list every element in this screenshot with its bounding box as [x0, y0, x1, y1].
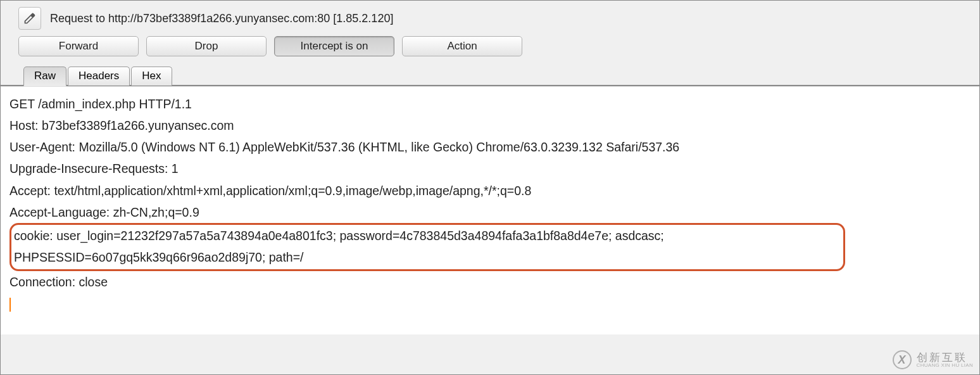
request-editor[interactable]: GET /admin_index.php HTTP/1.1 Host: b73b…: [1, 86, 979, 334]
user-agent-header: User-Agent: Mozilla/5.0 (Windows NT 6.1)…: [9, 136, 976, 158]
accept-language-header: Accept-Language: zh-CN,zh;q=0.9: [9, 201, 976, 223]
request-line: GET /admin_index.php HTTP/1.1: [9, 93, 976, 115]
accept-header: Accept: text/html,application/xhtml+xml,…: [9, 180, 976, 201]
drop-button[interactable]: Drop: [146, 36, 267, 56]
watermark: X 创新互联 CHUANG XIN HU LIAN: [893, 350, 973, 369]
edit-icon[interactable]: [18, 7, 41, 30]
cookie-header-line1: cookie: user_login=21232f297a57a5a743894…: [14, 225, 839, 246]
cookie-header-line2: PHPSESSID=6o07gq5kk39q66r96ao2d89j70; pa…: [14, 246, 839, 268]
watermark-text-en: CHUANG XIN HU LIAN: [917, 363, 973, 368]
request-target-label: Request to http://b73bef3389f1a266.yunya…: [50, 12, 393, 25]
tab-raw[interactable]: Raw: [23, 67, 66, 86]
cookie-highlight-box: cookie: user_login=21232f297a57a5a743894…: [9, 223, 845, 271]
upgrade-insecure-header: Upgrade-Insecure-Requests: 1: [9, 158, 976, 179]
tab-hex[interactable]: Hex: [131, 67, 172, 86]
watermark-logo-icon: X: [893, 350, 912, 369]
text-caret: [9, 298, 11, 312]
forward-button[interactable]: Forward: [18, 36, 139, 56]
tab-headers[interactable]: Headers: [68, 67, 130, 86]
host-header: Host: b73bef3389f1a266.yunyansec.com: [9, 115, 976, 136]
connection-header: Connection: close: [9, 271, 976, 293]
action-button[interactable]: Action: [402, 36, 522, 56]
watermark-text-zh: 创新互联: [917, 352, 973, 363]
intercept-toggle-button[interactable]: Intercept is on: [274, 36, 394, 56]
